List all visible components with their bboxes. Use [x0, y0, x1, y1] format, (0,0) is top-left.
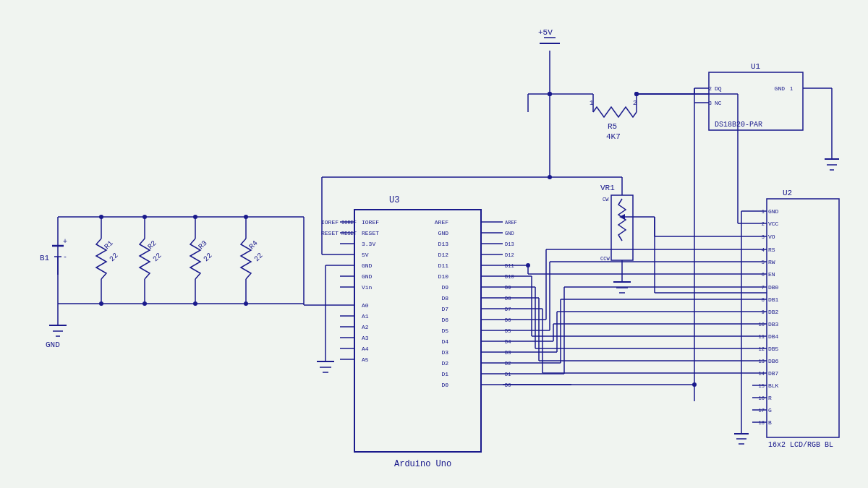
- lcd-pin6: 6: [762, 272, 765, 278]
- svg-point-26: [244, 215, 248, 219]
- lcd-pin2: 2: [762, 221, 765, 227]
- aref-stub-r: AREF: [505, 220, 517, 226]
- lcd-pin4: 4: [762, 247, 765, 253]
- lcd-vo: VO: [768, 234, 775, 240]
- schematic-diagram: B1 + - GND R1 22 R2 22 R3 22 R4 22 Ardui…: [0, 0, 868, 488]
- battery-plus: +: [63, 238, 67, 246]
- svg-point-27: [244, 301, 248, 306]
- u1-nc-label: NC: [715, 100, 722, 106]
- lcd-rw: RW: [768, 259, 775, 265]
- a1-label: A1: [362, 313, 369, 320]
- svg-point-88: [548, 92, 552, 96]
- svg-point-14: [99, 215, 103, 219]
- reset-stub: RESET: [321, 230, 339, 236]
- r5-value: 4K7: [606, 132, 621, 141]
- lcd-db1: DB1: [768, 296, 779, 303]
- svg-point-22: [193, 215, 197, 219]
- d5-stub-r: D5: [505, 328, 511, 334]
- a4-label: A4: [362, 346, 369, 352]
- lcd-pin7: 7: [762, 285, 765, 291]
- svg-point-23: [193, 301, 197, 306]
- reset-pin: RESET: [341, 231, 357, 236]
- d7-label: D7: [441, 306, 448, 312]
- battery-minus: -: [63, 253, 67, 261]
- u1-dq-label: DQ: [715, 85, 722, 92]
- lcd-b: B: [768, 419, 772, 426]
- d8-label: D8: [441, 295, 448, 301]
- lcd-pin10: 10: [759, 322, 765, 328]
- r5-pin2: 2: [633, 100, 637, 107]
- lcd-pin5: 5: [762, 260, 765, 265]
- svg-rect-96: [767, 199, 839, 437]
- u1-gnd-label: GND: [775, 85, 786, 92]
- svg-point-158: [634, 92, 639, 96]
- lcd-pin9: 9: [762, 309, 765, 315]
- d4-stub-r: D4: [505, 339, 511, 345]
- d1-stub-r: D1: [505, 372, 511, 377]
- gnd-stub-r: GND: [505, 231, 514, 236]
- lcd-r: R: [768, 395, 772, 401]
- u1-label: U1: [751, 62, 761, 71]
- d13-label: D13: [438, 241, 449, 247]
- d8-stub-r: D8: [505, 296, 511, 301]
- a3-label: A3: [362, 335, 369, 341]
- svg-point-174: [548, 175, 552, 179]
- 3v3-label: 3.3V: [362, 241, 375, 247]
- a5-label: A5: [362, 356, 369, 363]
- gnd-label-1: GND: [46, 341, 60, 349]
- lcd-db6: DB6: [768, 358, 779, 364]
- d10-stub-r: D10: [505, 274, 514, 280]
- svg-point-19: [142, 301, 147, 306]
- d6-label: D6: [441, 317, 448, 323]
- d0-label: D0: [441, 382, 448, 388]
- svg-point-18: [142, 215, 147, 219]
- ioref-pin: IOREF: [341, 220, 357, 226]
- lcd-blk: BLK: [768, 382, 779, 389]
- d3-stub-r: D3: [505, 350, 511, 356]
- lcd-g: G: [768, 407, 772, 414]
- lcd-pin16: 16: [759, 395, 765, 401]
- u2-label: U2: [783, 189, 792, 197]
- d4-label: D4: [441, 338, 448, 345]
- power-5v-label: +5V: [538, 28, 553, 37]
- lcd-pin13: 13: [759, 359, 765, 364]
- reset-label: RESET: [362, 230, 379, 236]
- lcd-pin3: 3: [762, 234, 765, 240]
- d9-stub-r: D9: [505, 285, 511, 291]
- d11-label: D11: [438, 262, 449, 269]
- d12-stub-r: D12: [505, 252, 514, 258]
- lcd-pin17: 17: [759, 408, 765, 414]
- lcd-db0: DB0: [768, 284, 779, 291]
- ioref-stub: IOREF: [321, 219, 339, 226]
- u1-pin2: 2: [709, 86, 712, 92]
- arduino-label: U3: [389, 195, 399, 205]
- gnd2-label: GND: [362, 273, 373, 280]
- lcd-pin18: 18: [759, 420, 765, 426]
- d13-stub-r: D13: [505, 241, 514, 247]
- r5-label: R5: [608, 122, 617, 131]
- lcd-vcc: VCC: [768, 221, 779, 227]
- d2-stub-r: D2: [505, 361, 511, 367]
- lcd-pin15: 15: [759, 383, 765, 389]
- gnd-r-label: GND: [438, 230, 449, 236]
- battery-label: B1: [40, 254, 50, 262]
- svg-point-165: [692, 382, 697, 387]
- lcd-pin8: 8: [762, 297, 765, 303]
- lcd-rs: RS: [768, 247, 775, 253]
- d12-label: D12: [438, 252, 449, 258]
- gnd1-label: GND: [362, 262, 373, 269]
- vr1-ccw: CCW: [600, 256, 610, 262]
- d11-stub-r: D11: [505, 263, 514, 269]
- arduino-name: Arduino Uno: [394, 459, 451, 469]
- ioref-label: IOREF: [362, 219, 379, 226]
- d6-stub-r: D6: [505, 317, 511, 323]
- lcd-db2: DB2: [768, 309, 779, 315]
- lcd-db4: DB4: [768, 333, 779, 340]
- d7-stub-r: D7: [505, 307, 511, 312]
- d5-label: D5: [441, 328, 448, 334]
- lcd-db3: DB3: [768, 321, 779, 328]
- d3-label: D3: [441, 349, 448, 356]
- vin-label: Vin: [362, 284, 373, 291]
- u1-pin3: 3: [709, 100, 712, 106]
- 5v-label: 5V: [362, 252, 369, 258]
